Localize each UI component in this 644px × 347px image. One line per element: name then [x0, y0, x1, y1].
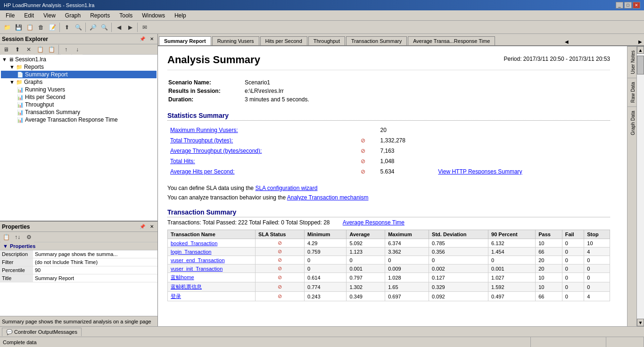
- props-btn-1[interactable]: 📋: [1, 232, 11, 242]
- stat-link-total-hits[interactable]: Total Hits:: [170, 158, 195, 165]
- explorer-btn-4[interactable]: 📋: [35, 44, 45, 55]
- analyze-transaction-link[interactable]: Analyze Transaction mechanism: [287, 194, 369, 201]
- tab-throughput[interactable]: Throughput: [308, 36, 345, 45]
- stat-value-total-hits: 1,048: [379, 157, 436, 166]
- side-tab-user-notes[interactable]: User Notes: [627, 46, 636, 78]
- menu-windows[interactable]: Windows: [138, 11, 169, 20]
- explorer-btn-3[interactable]: ✕: [24, 44, 34, 55]
- sla-wizard-link[interactable]: SLA configuration wizard: [255, 185, 317, 191]
- menu-graph[interactable]: Graph: [61, 11, 84, 20]
- left-panel: Session Explorer 📌 ✕ 🖥 ⬆ ✕ 📋 📋 ↑ ↓ ▼: [0, 34, 158, 326]
- explorer-btn-6[interactable]: ↑: [61, 44, 71, 55]
- toolbar-btn-2[interactable]: 💾: [13, 22, 24, 33]
- tab-hits-per-second[interactable]: Hits per Second: [260, 36, 307, 45]
- menu-file[interactable]: File: [2, 11, 18, 20]
- tree-expand-icon: ▼: [2, 57, 7, 62]
- stat-row-max-vusers: Maximum Running Vusers: 20: [168, 125, 609, 135]
- toolbar-btn-3[interactable]: 📋: [25, 22, 35, 33]
- explorer-btn-5[interactable]: 📋: [46, 44, 57, 55]
- close-button[interactable]: ✕: [633, 2, 640, 8]
- trans-prefix: Transactions:: [167, 219, 201, 226]
- props-btn-2[interactable]: ↑↓: [12, 232, 23, 242]
- toolbar-btn-5[interactable]: 📝: [47, 22, 58, 33]
- stat-link-total-throughput[interactable]: Total Throughput (bytes):: [170, 137, 233, 144]
- toolbar-btn-12[interactable]: ✉: [140, 22, 150, 33]
- props-btn-3[interactable]: ⚙: [24, 232, 34, 242]
- tree-throughput[interactable]: 📊 Throughput: [1, 101, 157, 108]
- meta-value-results: e:\LR\res\res.lrr: [245, 87, 309, 95]
- tab-summary-report[interactable]: Summary Report: [159, 36, 211, 46]
- explorer-separator: [58, 45, 59, 54]
- tree-root-label: Session1.lra: [15, 56, 46, 63]
- maximize-button[interactable]: □: [624, 2, 632, 8]
- td-stop-ticket: 0: [584, 282, 610, 292]
- tree-summary-report[interactable]: 📄 Summary Report: [1, 71, 157, 78]
- toolbar-btn-11[interactable]: ▶: [125, 22, 135, 33]
- props-close-button[interactable]: ✕: [148, 223, 156, 230]
- tree-running-vusers-label: Running Vusers: [25, 86, 65, 93]
- menu-view[interactable]: View: [40, 11, 59, 20]
- status-section-2: [531, 337, 606, 347]
- td-name-home[interactable]: 蓝鲸home: [168, 273, 256, 282]
- close-panel-button[interactable]: ✕: [148, 36, 156, 42]
- view-http-responses-link[interactable]: View HTTP Responses Summary: [438, 168, 522, 175]
- tree-root[interactable]: ▼ 🖥 Session1.lra: [1, 56, 157, 63]
- minimize-button[interactable]: _: [616, 2, 623, 8]
- side-tab-raw-data[interactable]: Raw Data: [627, 78, 636, 107]
- tree-transaction-summary[interactable]: 📊 Transaction Summary: [1, 108, 157, 116]
- content-area: Analysis Summary Period: 2017/3/11 20:50…: [158, 46, 627, 326]
- menu-edit[interactable]: Edit: [20, 11, 38, 20]
- td-name-booked[interactable]: booked_Transaction: [168, 239, 256, 248]
- tabs-bar: Summary Report Running Vusers Hits per S…: [158, 34, 644, 46]
- props-pin-button[interactable]: 📌: [138, 223, 147, 230]
- td-name-vuser-init[interactable]: vuser_init_Transaction: [168, 264, 256, 273]
- controller-output-tab[interactable]: 💬 Controller OutputMessages: [2, 328, 82, 336]
- prop-value-filter: (do not Include Think Time): [33, 258, 157, 266]
- stat-link-avg-hits[interactable]: Average Hits per Second:: [170, 168, 235, 175]
- tab-avg-response-time[interactable]: Average Transa...Response Time: [408, 36, 495, 45]
- tab-nav-right[interactable]: ▶: [637, 38, 643, 45]
- menu-tools[interactable]: Tools: [116, 11, 136, 20]
- tab-nav-left[interactable]: ◀: [564, 38, 570, 45]
- menu-help[interactable]: Help: [171, 11, 190, 20]
- stat-link-max-vusers[interactable]: Maximum Running Vusers:: [170, 127, 238, 133]
- tree-reports[interactable]: ▼ 📁 Reports: [1, 63, 157, 71]
- title-bar: HP LoadRunner Analysis - Session1.lra _ …: [0, 0, 644, 10]
- toolbar-btn-8[interactable]: 🔎: [88, 22, 98, 33]
- session-explorer-controls: 📌 ✕: [138, 36, 156, 42]
- toolbar-btn-6[interactable]: ⬆: [62, 22, 72, 33]
- tree-hits-per-second[interactable]: 📊 Hits per Second: [1, 93, 157, 101]
- tab-transaction-summary[interactable]: Transaction Summary: [346, 36, 407, 45]
- th-maximum: Maximum: [385, 230, 429, 239]
- side-tab-graph-data[interactable]: Graph Data: [627, 107, 636, 139]
- explorer-btn-1[interactable]: 🖥: [1, 44, 11, 55]
- td-name-vuser-end[interactable]: vuser_end_Transaction: [168, 256, 256, 264]
- scroll-up-button[interactable]: ▲: [637, 46, 644, 54]
- toolbar-btn-1[interactable]: 📁: [2, 22, 12, 33]
- menu-reports[interactable]: Reports: [86, 11, 114, 20]
- explorer-btn-2[interactable]: ⬆: [12, 44, 23, 55]
- stat-row-total-hits: Total Hits: ⊘ 1,048: [168, 157, 609, 166]
- toolbar-btn-4[interactable]: 🗑: [36, 22, 46, 33]
- toolbar-btn-9[interactable]: 🔍: [99, 22, 109, 33]
- scroll-thumb[interactable]: [637, 56, 644, 74]
- scroll-down-button[interactable]: ▼: [637, 319, 644, 326]
- meta-row-scenario: Scenario Name: Scenario1: [168, 79, 309, 86]
- td-name-login[interactable]: login_Transaction: [168, 248, 256, 256]
- toolbar-btn-7[interactable]: 🔍: [73, 22, 83, 33]
- explorer-btn-7[interactable]: ↓: [72, 44, 83, 55]
- pin-button[interactable]: 📌: [138, 36, 147, 42]
- prop-key-filter: Filter: [0, 258, 33, 266]
- stat-link-avg-throughput[interactable]: Average Throughput (bytes/second):: [170, 148, 262, 154]
- props-collapse-icon[interactable]: ▼: [3, 243, 8, 249]
- td-name-ticket[interactable]: 蓝鲸机票信息: [168, 282, 256, 292]
- avg-response-time-link[interactable]: Average Response Time: [343, 219, 405, 226]
- tree-graphs[interactable]: ▼ 📁 Graphs: [1, 78, 157, 86]
- tree-running-vusers[interactable]: 📊 Running Vusers: [1, 86, 157, 93]
- td-name-denglu[interactable]: 登录: [168, 292, 256, 301]
- vertical-scrollbar[interactable]: ▲ ▼: [636, 46, 644, 326]
- th-std-deviation: Std. Deviation: [429, 230, 488, 239]
- tab-running-vusers[interactable]: Running Vusers: [212, 36, 259, 45]
- toolbar-btn-10[interactable]: ◀: [114, 22, 124, 33]
- tree-avg-response-time[interactable]: 📊 Average Transaction Response Time: [1, 116, 157, 124]
